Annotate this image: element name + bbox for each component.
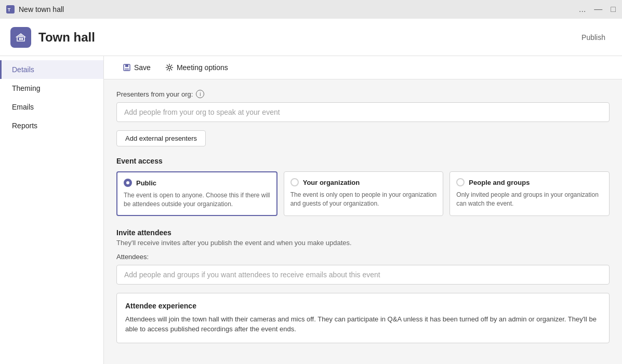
more-options-icon[interactable]: ... <box>579 5 586 14</box>
app-header: Town hall Publish <box>0 19 622 56</box>
access-option-org-desc: The event is only open to people in your… <box>290 191 437 208</box>
publish-button[interactable]: Publish <box>575 30 612 45</box>
svg-text:T: T <box>8 7 11 12</box>
save-icon <box>123 63 131 72</box>
sidebar: Details Theming Emails Reports <box>0 56 104 364</box>
svg-rect-4 <box>19 38 21 40</box>
title-bar-left: T New town hall <box>6 5 64 14</box>
gear-icon <box>165 63 174 72</box>
access-option-public-title: Public <box>136 179 156 187</box>
radio-people-groups <box>456 178 465 186</box>
presenters-label-text: Presenters from your org: <box>116 90 193 98</box>
attendee-experience-title: Attendee experience <box>125 302 601 310</box>
sidebar-item-details[interactable]: Details <box>0 60 103 79</box>
meeting-options-label: Meeting options <box>177 63 228 72</box>
attendees-input[interactable]: Add people and groups if you want attend… <box>116 265 610 285</box>
title-bar-controls: ... — □ <box>579 5 616 14</box>
svg-point-10 <box>168 66 170 69</box>
access-option-org-header: Your organization <box>290 178 437 186</box>
access-option-pg-title: People and groups <box>469 179 530 186</box>
access-option-pg-desc: Only invited people and groups in your o… <box>456 191 603 208</box>
app-logo <box>10 27 31 48</box>
access-option-organization[interactable]: Your organization The event is only open… <box>284 171 444 216</box>
radio-organization <box>290 178 299 186</box>
sidebar-item-emails[interactable]: Emails <box>0 98 103 116</box>
maximize-icon[interactable]: □ <box>611 5 616 14</box>
town-hall-logo-icon <box>15 32 27 43</box>
toolbar: Save Meeting options <box>104 56 622 79</box>
access-option-pg-header: People and groups <box>456 178 603 186</box>
save-label: Save <box>134 63 151 72</box>
svg-rect-5 <box>21 38 23 40</box>
presenters-info-icon: i <box>196 90 204 98</box>
minimize-icon[interactable]: — <box>594 5 602 14</box>
teams-icon: T <box>6 5 15 14</box>
svg-rect-8 <box>125 64 128 67</box>
access-option-public[interactable]: Public The event is open to anyone. Choo… <box>116 171 277 216</box>
invite-attendees-subtitle: They'll receive invites after you publis… <box>116 239 610 247</box>
access-option-people-groups[interactable]: People and groups Only invited people an… <box>449 171 610 216</box>
sidebar-item-theming[interactable]: Theming <box>0 79 103 98</box>
access-options: Public The event is open to anyone. Choo… <box>116 171 610 216</box>
access-option-public-desc: The event is open to anyone. Choose this… <box>124 191 270 209</box>
attendees-label: Attendees: <box>116 253 610 261</box>
access-option-public-header: Public <box>124 179 270 187</box>
svg-rect-9 <box>125 68 129 71</box>
app-title: Town hall <box>38 30 95 45</box>
attendee-experience-box: Attendee experience Attendees will join … <box>116 293 610 343</box>
meeting-options-button[interactable]: Meeting options <box>159 60 234 75</box>
content-body: Presenters from your org: i Add people f… <box>104 79 622 354</box>
title-bar-title: New town hall <box>19 5 64 14</box>
event-access-title: Event access <box>116 157 610 165</box>
add-external-presenters-button[interactable]: Add external presenters <box>116 130 206 146</box>
save-button[interactable]: Save <box>116 60 157 75</box>
presenters-input[interactable]: Add people from your org to speak at you… <box>116 102 610 122</box>
attendee-experience-desc: Attendees will join the town hall with t… <box>125 314 601 334</box>
invite-attendees-title: Invite attendees <box>116 228 610 237</box>
access-option-org-title: Your organization <box>303 179 360 186</box>
main-layout: Details Theming Emails Reports Save Mee <box>0 56 622 364</box>
presenters-label: Presenters from your org: i <box>116 90 610 98</box>
sidebar-item-reports[interactable]: Reports <box>0 116 103 135</box>
radio-public <box>124 179 132 187</box>
app-header-left: Town hall <box>10 27 95 48</box>
title-bar: T New town hall ... — □ <box>0 0 622 19</box>
content-area: Save Meeting options Presenters from you… <box>104 56 622 364</box>
